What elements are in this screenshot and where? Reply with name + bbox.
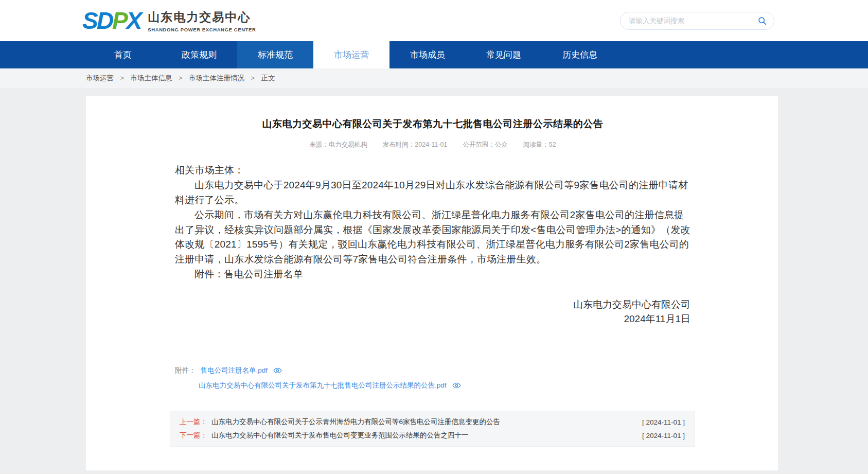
prev-next-box: 上一篇： 山东电力交易中心有限公司关于公示青州海岱电力有限公司等6家售电公司注册…	[170, 411, 695, 447]
nav-item-history[interactable]: 历史信息	[542, 41, 618, 68]
paragraph: 相关市场主体：	[175, 163, 690, 178]
meta-views: 阅读量：52	[523, 141, 556, 149]
search-input[interactable]	[629, 17, 757, 25]
nav-item-policy-rules[interactable]: 政策规则	[161, 41, 237, 68]
meta-publish-time: 发布时间：2024-11-01	[383, 141, 448, 149]
search-box	[620, 12, 774, 30]
next-article-row: 下一篇： 山东电力交易中心有限公司关于发布售电公司变更业务范围公示结果的公告之四…	[180, 429, 685, 442]
prev-article-link[interactable]: 山东电力交易中心有限公司关于公示青州海岱电力有限公司等6家售电公司注册信息变更的…	[211, 417, 632, 427]
breadcrumb-item-current: 正文	[261, 74, 275, 82]
prev-article-row: 上一篇： 山东电力交易中心有限公司关于公示青州海岱电力有限公司等6家售电公司注册…	[180, 415, 685, 429]
logo-mark: SDPX	[82, 9, 140, 32]
article-card: 山东电力交易中心有限公司关于发布第九十七批售电公司注册公示结果的公告 来源：电力…	[86, 96, 778, 470]
signature-company: 山东电力交易中心有限公司	[175, 297, 690, 312]
breadcrumb-item-market-subject-info[interactable]: 市场主体信息	[131, 74, 172, 82]
breadcrumb-item-market-operation[interactable]: 市场运营	[86, 74, 114, 82]
article-title: 山东电力交易中心有限公司关于发布第九十七批售电公司注册公示结果的公告	[175, 117, 690, 131]
next-article-date: [ 2024-11-01 ]	[642, 432, 685, 440]
logo-title-cn: 山东电力交易中心	[148, 9, 256, 25]
attachment-link-registration-list[interactable]: 售电公司注册名单.pdf	[201, 366, 268, 375]
nav-item-faq[interactable]: 常见问题	[466, 41, 542, 68]
article-signature: 山东电力交易中心有限公司 2024年11月1日	[175, 297, 690, 326]
main-nav: 首页 政策规则 标准规范 市场运营 市场成员 常见问题 历史信息	[0, 41, 868, 68]
paragraph: 山东电力交易中心于2024年9月30日至2024年10月29日对山东水发综合能源…	[175, 178, 690, 208]
article-body: 相关市场主体： 山东电力交易中心于2024年9月30日至2024年10月29日对…	[175, 163, 690, 282]
site-header: SDPX 山东电力交易中心 SHANDONG POWER EXCHANGE CE…	[0, 0, 868, 41]
attachment-row: 山东电力交易中心有限公司关于发布第九十七批售电公司注册公示结果的公告.pdf	[175, 381, 690, 390]
attachments-section: 附件： 售电公司注册名单.pdf 山东电力交易中心有限公司关于发布第九十七批售电…	[175, 366, 690, 390]
paragraph: 公示期间，市场有关方对山东赢伦电力科技有限公司、浙江绿星普化电力服务有限公司2家…	[175, 208, 690, 268]
signature-date: 2024年11月1日	[175, 312, 690, 326]
next-article-link[interactable]: 山东电力交易中心有限公司关于发布售电公司变更业务范围公示结果的公告之四十一	[211, 431, 632, 440]
prev-article-date: [ 2024-11-01 ]	[642, 418, 685, 426]
attachment-link-announcement-pdf[interactable]: 山东电力交易中心有限公司关于发布第九十七批售电公司注册公示结果的公告.pdf	[199, 381, 447, 390]
attachment-row: 附件： 售电公司注册名单.pdf	[175, 366, 690, 375]
nav-item-market-operation[interactable]: 市场运营	[313, 41, 389, 68]
logo-title-en: SHANDONG POWER EXCHANGE CENTER	[148, 27, 256, 32]
attachments-label: 附件：	[175, 366, 196, 375]
eye-icon[interactable]	[452, 382, 461, 389]
logo-mark-x: X	[127, 7, 141, 34]
nav-item-market-members[interactable]: 市场成员	[389, 41, 466, 68]
logo-mark-p: P	[112, 7, 127, 34]
nav-item-standards[interactable]: 标准规范	[237, 41, 313, 68]
breadcrumb-separator: >	[179, 75, 182, 82]
breadcrumb-separator: >	[251, 75, 255, 82]
page-background: 山东电力交易中心有限公司关于发布第九十七批售电公司注册公示结果的公告 来源：电力…	[0, 88, 868, 470]
prev-label: 上一篇：	[180, 417, 207, 427]
article-meta: 来源：电力交易机构 发布时间：2024-11-01 公开范围：公众 阅读量：52	[175, 141, 690, 149]
eye-icon[interactable]	[273, 367, 282, 374]
breadcrumb: 市场运营 > 市场主体信息 > 市场主体注册情况 > 正文	[0, 68, 868, 88]
paragraph: 附件：售电公司注册名单	[175, 267, 690, 282]
nav-item-home[interactable]: 首页	[85, 41, 161, 68]
logo-text: 山东电力交易中心 SHANDONG POWER EXCHANGE CENTER	[148, 9, 256, 32]
meta-scope: 公开范围：公众	[463, 141, 508, 149]
search-icon[interactable]	[757, 15, 767, 26]
site-logo[interactable]: SDPX 山东电力交易中心 SHANDONG POWER EXCHANGE CE…	[82, 9, 256, 32]
meta-source: 来源：电力交易机构	[309, 141, 367, 149]
logo-mark-sd: SD	[82, 7, 112, 34]
breadcrumb-item-registration-status[interactable]: 市场主体注册情况	[189, 74, 244, 82]
next-label: 下一篇：	[180, 431, 207, 440]
breadcrumb-separator: >	[120, 75, 124, 82]
